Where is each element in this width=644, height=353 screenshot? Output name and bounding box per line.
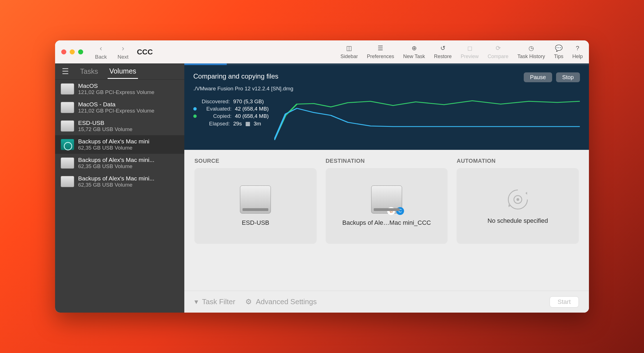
automation-card[interactable]: No schedule specified	[457, 168, 579, 244]
progress-bar	[184, 63, 589, 65]
gear-icon: ⚙	[245, 297, 252, 306]
restore-icon: ↺	[440, 45, 445, 52]
drive-icon	[61, 120, 74, 132]
task-history-button[interactable]: ◷ Task History	[518, 45, 545, 59]
preview-button[interactable]: ◻ Preview	[461, 45, 479, 59]
next-button[interactable]: › Next	[117, 44, 128, 60]
destination-column: DESTINATION ⊘ C Backups of Ale…Mac mini_…	[326, 158, 448, 285]
close-icon[interactable]	[61, 49, 66, 54]
window-controls	[61, 49, 83, 54]
svg-point-2	[516, 198, 519, 201]
preview-icon: ◻	[467, 45, 472, 52]
task-config: SOURCE ESD-USB DESTINATION ⊘ C	[184, 150, 589, 291]
stop-button[interactable]: Stop	[556, 72, 580, 82]
start-button[interactable]: Start	[550, 296, 579, 308]
progress-header: Comparing and copying files Pause Stop .…	[184, 63, 589, 150]
minimize-icon[interactable]	[70, 49, 75, 54]
progress-stats: Discovered:970 (5,3 GB) Evaluated:42 (65…	[193, 98, 269, 141]
sidebar: ☰ Tasks Volumes MacOS 121,02 GB PCI-Expr…	[55, 63, 184, 313]
back-button[interactable]: ‹ Back	[95, 44, 107, 60]
tab-volumes[interactable]: Volumes	[108, 64, 138, 79]
back-label: Back	[95, 54, 107, 60]
dot-icon	[193, 114, 197, 118]
source-name: ESD-USB	[242, 219, 269, 226]
preferences-button[interactable]: ☰ Preferences	[367, 45, 394, 59]
zoom-icon[interactable]	[78, 49, 83, 54]
source-column: SOURCE ESD-USB	[194, 158, 317, 285]
sidebar-icon: ◫	[346, 45, 352, 52]
sidebar-tabs: ☰ Tasks Volumes	[55, 63, 184, 80]
destination-heading: DESTINATION	[326, 158, 448, 164]
checker-icon: ▦	[245, 120, 250, 127]
drive-icon	[61, 83, 74, 95]
gear-cycle-icon	[506, 187, 530, 212]
ccc-badge-icon: C	[396, 207, 404, 215]
main-panel: Comparing and copying files Pause Stop .…	[184, 63, 589, 313]
destination-card[interactable]: ⊘ C Backups of Ale…Mac mini_CCC	[326, 168, 448, 244]
funnel-icon: ▾	[194, 297, 198, 306]
help-button[interactable]: ? Help	[572, 45, 583, 59]
pause-button[interactable]: Pause	[524, 72, 552, 82]
next-label: Next	[117, 54, 128, 60]
tips-icon: 💬	[555, 45, 563, 52]
destination-name: Backups of Ale…Mac mini_CCC	[342, 219, 431, 226]
clock-icon: ◷	[529, 45, 534, 52]
app-window: ‹ Back › Next CCC ◫ Sidebar ☰ Preference…	[55, 40, 589, 313]
new-task-button[interactable]: ⊕ New Task	[403, 45, 425, 59]
sliders-icon: ☰	[378, 45, 383, 52]
task-filter-button[interactable]: ▾ Task Filter	[194, 297, 235, 306]
nav-buttons: ‹ Back › Next	[95, 44, 128, 60]
throughput-graph	[274, 98, 580, 141]
automation-column: AUTOMATION No schedule specified	[457, 158, 579, 285]
chevron-left-icon: ‹	[100, 44, 102, 53]
volume-item[interactable]: ESD-USB 15,72 GB USB Volume	[55, 117, 184, 135]
chevron-right-icon: ›	[122, 44, 124, 53]
drive-icon	[61, 102, 74, 113]
drive-icon	[240, 185, 271, 214]
safetynet-off-icon: ⊘	[387, 207, 395, 215]
timemachine-drive-icon	[61, 139, 74, 150]
compare-icon: ⟳	[496, 45, 501, 52]
sidebar-button[interactable]: ◫ Sidebar	[341, 45, 358, 59]
volume-item[interactable]: Backups of Alex's Mac mini 62,35 GB USB …	[55, 135, 184, 154]
app-title: CCC	[137, 48, 153, 56]
restore-button[interactable]: ↺ Restore	[434, 45, 452, 59]
footer: ▾ Task Filter ⚙ Advanced Settings Start	[184, 291, 589, 313]
tab-tasks[interactable]: Tasks	[78, 65, 100, 78]
source-heading: SOURCE	[194, 158, 317, 164]
drive-icon	[61, 176, 74, 187]
volume-list: MacOS 121,02 GB PCI-Express Volume MacOS…	[55, 80, 184, 313]
dot-icon	[193, 107, 197, 111]
help-icon: ?	[576, 45, 579, 52]
drive-icon: ⊘ C	[371, 185, 402, 214]
toolbar: ◫ Sidebar ☰ Preferences ⊕ New Task ↺ Res…	[341, 45, 583, 59]
volume-item[interactable]: MacOS - Data 121,02 GB PCI-Express Volum…	[55, 98, 184, 117]
volume-item[interactable]: MacOS 121,02 GB PCI-Express Volume	[55, 80, 184, 98]
progress-title: Comparing and copying files	[193, 72, 278, 80]
plus-circle-icon: ⊕	[412, 45, 417, 52]
automation-heading: AUTOMATION	[457, 158, 579, 164]
compare-button[interactable]: ⟳ Compare	[488, 45, 509, 59]
current-file: ./VMware Fusion Pro 12 v12.2.4 [SN].dmg	[193, 86, 580, 92]
menu-icon[interactable]: ☰	[62, 67, 69, 76]
advanced-settings-button[interactable]: ⚙ Advanced Settings	[245, 297, 317, 306]
source-card[interactable]: ESD-USB	[194, 168, 317, 244]
tips-button[interactable]: 💬 Tips	[554, 45, 563, 59]
automation-text: No schedule specified	[487, 217, 548, 224]
titlebar: ‹ Back › Next CCC ◫ Sidebar ☰ Preference…	[55, 40, 589, 63]
volume-item[interactable]: Backups of Alex's Mac mini... 62,35 GB U…	[55, 154, 184, 172]
drive-icon	[61, 157, 74, 169]
volume-item[interactable]: Backups of Alex's Mac mini... 62,35 GB U…	[55, 172, 184, 191]
